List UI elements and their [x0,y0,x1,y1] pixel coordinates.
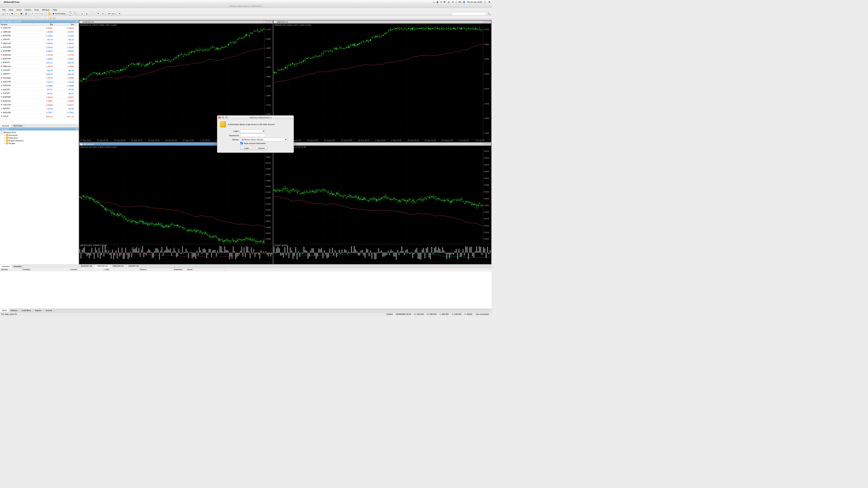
login-field[interactable] [240,129,265,133]
close-icon[interactable]: × [76,128,78,130]
menubar-item[interactable]: Thu 21 Jan 15:30 [467,1,482,3]
tab-favorites[interactable]: Favorites [12,265,24,268]
navigator-node[interactable]: + Expert Advisors [1,139,78,142]
chart-tab[interactable]: USDCHF,H4 [95,265,110,268]
menubar-item[interactable]: ⚙ [452,1,454,3]
market-watch-row[interactable]: CADJPY 86.4386.49 [0,68,79,72]
chart-titlebar[interactable]: 📈GBPUSD,H4 _□× [273,21,491,24]
terminal-tab-code-base[interactable]: Code Base [20,309,33,312]
fibo-tool[interactable]: ≡ [26,16,29,19]
tab-common[interactable]: Common [0,265,12,268]
terminal-col[interactable]: Condition [21,268,69,271]
templates-button[interactable]: 📄▾ [116,12,120,16]
tester-toggle[interactable]: ▥ [24,12,28,16]
new-chart-button[interactable]: 📊 [1,12,5,16]
new-order-button[interactable]: ✚ New Order [30,12,44,16]
profiles-button[interactable]: ▭ [5,12,9,16]
terminal-col[interactable]: Counter [69,268,104,271]
terminal-col[interactable]: Timeout [138,268,173,271]
menubar-item[interactable]: ≡ [456,1,457,3]
chart-tab[interactable]: GBPUSD,H4 [110,265,126,268]
market-watch-row[interactable]: GBPUSD 1.63391.6342 [0,30,79,34]
search-input[interactable] [452,12,486,15]
close-icon[interactable]: × [76,20,78,23]
text-tool[interactable]: T [32,16,35,19]
market-watch-row[interactable]: EURUSD 1.44511.4453 [0,34,79,38]
market-watch-row[interactable]: GOLD 876.10877.10 [0,115,79,118]
trendline-tool[interactable]: ╱ [18,16,21,19]
market-watch-row[interactable]: EURCHF 1.28941.2897 [0,57,79,61]
menu-charts[interactable]: Charts [23,8,32,11]
menubar-item[interactable]: △ [433,1,435,3]
maximize-icon[interactable]: □ [267,21,269,23]
arrow-down-tool[interactable]: ↓ [45,16,48,19]
menubar-item[interactable]: 🔍 [484,1,486,3]
chart-canvas[interactable]: 0.94300.94000.93700.93400.93100.92800.92… [273,148,491,244]
menu-help[interactable]: Help [51,8,59,11]
market-watch-row[interactable]: NZDUSD 0.79170.7921 [0,110,79,114]
close-icon[interactable]: × [270,21,272,23]
indicators-button[interactable]: ƒ▾ [107,12,111,16]
market-watch-row[interactable]: CADCHF 0.92690.9277 [0,103,79,107]
navigator-node[interactable]: + Scripts [1,142,78,145]
minimize-icon[interactable]: _ [482,21,485,23]
chart-tab[interactable]: EURUSD,H4 [79,265,95,268]
terminal-tab-journal[interactable]: Journal [44,309,54,312]
shapes-tool[interactable]: ◆▾ [53,16,56,19]
close-icon[interactable]: × [488,21,491,23]
market-watch-row[interactable]: AUDNZD 1.32761.3288 [0,76,79,80]
market-watch-row[interactable]: AUDJPY 87.4787.53 [0,87,79,91]
status-profile[interactable]: Default [385,313,394,315]
menubar-item[interactable]: 🔊 [448,1,450,3]
menubar-item[interactable]: 🇺🇸 [459,1,461,3]
maximize-icon[interactable]: □ [485,143,488,145]
market-watch-row[interactable]: AUDCHF 0.93800.9388 [0,84,79,87]
chart-titlebar[interactable]: 📈USDJPY,H4 _□× [273,143,491,146]
login-button[interactable]: Login [240,146,253,150]
market-watch-row[interactable]: USDJPY 83.1983.22 [0,38,79,41]
minimize-icon[interactable]: _ [482,143,485,145]
navigator-tree[interactable]: BDSwiss MT4 + Accounts+ Indicators+ Expe… [0,130,79,264]
terminal-col[interactable]: Limit [104,268,138,271]
traffic-close-icon[interactable] [218,116,221,119]
terminal-toggle[interactable]: ▦ [19,12,23,16]
terminal-body[interactable] [0,271,492,308]
shift-button[interactable]: ↦ [96,12,100,16]
market-watch-row[interactable]: EURJPY 120.21120.25 [0,61,79,64]
server-field[interactable]: BDSwiss-Demo Server [240,138,288,141]
hline-tool[interactable]: — [14,16,18,19]
meta-button[interactable]: 🟡 [47,12,51,16]
market-watch-row[interactable]: GBPCHF 1.45751.4585 [0,64,79,68]
navigator-toggle[interactable]: 📁 [15,12,19,16]
market-watch-row[interactable]: USDCHF 0.89210.8925 [0,26,79,30]
terminal-tab-alerts[interactable]: Alerts [0,309,9,312]
minimize-icon[interactable]: _ [264,21,267,23]
menubar-item[interactable]: ≔ [488,1,490,3]
navigator-node[interactable]: + Accounts [1,134,78,137]
crosshair-tool[interactable]: + [5,16,8,19]
close-icon[interactable]: × [488,143,491,145]
chart-titlebar[interactable]: 📈EURUSD,H4 _□× [79,21,273,24]
channel-tool[interactable]: ⫽ [22,16,25,19]
autotrading-button[interactable]: ▶ AutoTrading [52,12,67,16]
terminal-col[interactable]: Event [186,268,224,271]
menubar-item[interactable]: ⟳ [440,1,442,3]
terminal-tab-experts[interactable]: Experts [33,309,44,312]
candle-chart-button[interactable]: 🕯 [85,12,89,16]
market-watch-row[interactable]: USDCAD 0.96200.9624 [0,41,79,45]
market-watch-row[interactable]: GBPJPY 135.90136.00 [0,72,79,76]
market-watch-row[interactable]: EURNZD 1.82451.8257 [0,95,79,99]
menu-tools[interactable]: Tools [33,8,41,11]
tab-tick-chart[interactable]: Tick Chart [12,124,24,127]
menubar-item[interactable]: ◧ [437,1,438,3]
market-watch-body[interactable]: USDCHF 0.89210.8925GBPUSD 1.63391.6342EU… [0,26,79,124]
menu-file[interactable]: File [1,8,7,11]
market-watch-toggle[interactable]: ▤ [10,12,14,16]
market-watch-row[interactable]: AUDUSD 1.05151.0518 [0,45,79,49]
dialog-titlebar[interactable]: BDSwiss MetaTrader 4 [217,116,294,119]
vline-tool[interactable]: | [11,16,14,19]
zoom-in-button[interactable]: 🔍+ [69,12,73,16]
chart-canvas[interactable]: 1.37151.36551.35951.35351.34751.34151.33… [273,26,491,139]
save-account-checkbox[interactable] [240,142,243,144]
bar-chart-button[interactable]: ⫿ [80,12,84,16]
